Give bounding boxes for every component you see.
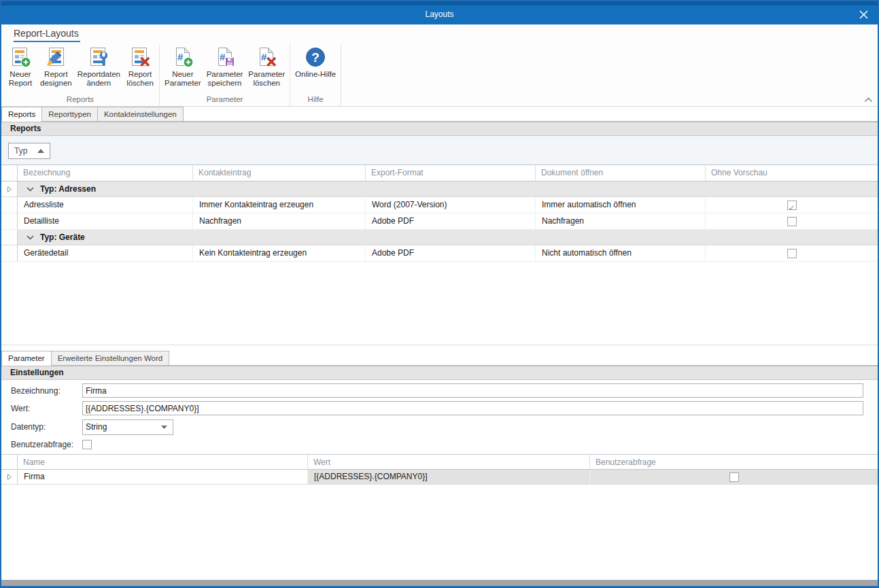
group-by-panel[interactable]: Typ xyxy=(1,136,878,165)
row-indicator xyxy=(1,245,18,261)
table-row-geraetedetail[interactable]: Gerätedetail Kein Kontakteintrag erzeuge… xyxy=(1,245,878,262)
cell-export-format[interactable]: Adobe PDF xyxy=(365,245,535,261)
datentyp-selected-value: String xyxy=(86,422,107,432)
cell-bezeichnung[interactable]: Adressliste xyxy=(18,197,192,213)
parameter-speichern-button[interactable]: # Parameterspeichern xyxy=(204,44,246,88)
column-header-export-format[interactable]: Export-Format xyxy=(365,165,535,181)
ribbon: Report-Layouts xyxy=(1,24,878,107)
svg-text:#: # xyxy=(177,51,184,63)
ribbon-group-hilfe: ? Online-Hilfe Hilfe xyxy=(290,44,341,106)
ribbon-collapse-button[interactable] xyxy=(864,97,873,103)
cell-bezeichnung[interactable]: Gerätedetail xyxy=(18,245,192,261)
ohne-vorschau-checkbox[interactable] xyxy=(787,249,797,258)
column-header-bezeichnung[interactable]: Bezeichnung xyxy=(18,165,192,181)
ohne-vorschau-checkbox[interactable] xyxy=(787,201,797,210)
tab-reports[interactable]: Reports xyxy=(1,107,42,122)
close-button[interactable] xyxy=(857,8,869,20)
cell-dokument-oeffnen[interactable]: Nicht automatisch öffnen xyxy=(535,245,705,261)
cell-wert[interactable]: [{ADDRESSES}.{COMPANY0}] xyxy=(307,470,589,484)
group-band[interactable]: Typ: Adressen xyxy=(18,181,878,196)
settings-form: Bezeichnung: Wert: Datentyp: String Benu… xyxy=(1,380,878,451)
column-header-name[interactable]: Name xyxy=(18,455,307,469)
chevron-down-icon xyxy=(27,187,34,192)
current-row-indicator xyxy=(1,181,18,196)
ribbon-group-label-hilfe: Hilfe xyxy=(292,95,339,106)
tab-reporttypen[interactable]: Reporttypen xyxy=(41,107,98,121)
group-by-chip-label: Typ xyxy=(14,146,27,156)
parameter-grid: Name Wert Benutzerabfrage Firma [{ADDRES… xyxy=(1,454,878,485)
ribbon-group-label-reports: Reports xyxy=(3,95,157,106)
column-header-dokument-oeffnen[interactable]: Dokument öffnen xyxy=(535,165,705,181)
tab-kontakteinstellungen[interactable]: Kontakteinstellungen xyxy=(97,107,184,121)
button-label: NeuerParameter xyxy=(165,70,201,88)
parameter-loeschen-button[interactable]: # Parameterlöschen xyxy=(245,44,288,88)
column-header-benutzerabfrage[interactable]: Benutzerabfrage xyxy=(589,455,878,469)
row-indicator-header xyxy=(1,165,18,181)
group-row-adressen[interactable]: Typ: Adressen xyxy=(1,181,878,197)
parameter-grid-empty-area xyxy=(1,485,878,580)
report-loeschen-button[interactable]: Reportlöschen xyxy=(123,44,157,88)
group-band[interactable]: Typ: Geräte xyxy=(18,230,878,245)
button-label: Reportdatenändern xyxy=(77,70,120,88)
parameter-tabstrip: Parameter Erweiterte Einstellungen Word xyxy=(1,351,878,366)
row-indicator-header xyxy=(1,455,18,469)
ohne-vorschau-checkbox[interactable] xyxy=(787,217,797,226)
column-header-ohne-vorschau[interactable]: Ohne Vorschau xyxy=(705,165,878,181)
column-header-kontakteintrag[interactable]: Kontakteintrag xyxy=(192,165,365,181)
table-row-adressliste[interactable]: Adressliste Immer Kontakteintrag erzeuge… xyxy=(1,197,878,213)
cell-kontakteintrag[interactable]: Immer Kontakteintrag erzeugen xyxy=(192,197,365,213)
main-tabstrip: Reports Reporttypen Kontakteinstellungen xyxy=(1,107,878,122)
cell-ohne-vorschau xyxy=(705,245,878,261)
cell-dokument-oeffnen[interactable]: Immer automatisch öffnen xyxy=(535,197,705,213)
ribbon-group-parameter: # NeuerParameter # xyxy=(160,44,290,106)
current-row-arrow-icon xyxy=(7,186,12,192)
cell-bezeichnung[interactable]: Detailliste xyxy=(18,213,192,229)
form-row-bezeichnung: Bezeichnung: xyxy=(11,383,878,398)
reports-grid-header: Bezeichnung Kontakteintrag Export-Format… xyxy=(1,165,878,181)
cell-ohne-vorschau xyxy=(705,197,878,213)
cell-ohne-vorschau xyxy=(705,213,878,229)
group-by-chip-typ[interactable]: Typ xyxy=(8,143,50,159)
online-hilfe-button[interactable]: ? Online-Hilfe xyxy=(292,44,339,79)
svg-text:#: # xyxy=(220,51,226,63)
wert-field[interactable] xyxy=(82,401,863,415)
tab-parameter[interactable]: Parameter xyxy=(1,351,52,366)
cell-kontakteintrag[interactable]: Kein Kontakteintrag erzeugen xyxy=(192,245,365,261)
group-row-geraete[interactable]: Typ: Geräte xyxy=(1,230,878,245)
button-label: NeuerReport xyxy=(9,70,33,88)
benutzerabfrage-checkbox[interactable] xyxy=(82,440,92,449)
button-label: Parameterspeichern xyxy=(207,70,243,88)
form-row-datentyp: Datentyp: String xyxy=(11,419,878,435)
table-row-detailliste[interactable]: Detailliste Nachfragen Adobe PDF Nachfra… xyxy=(1,213,878,230)
report-designen-button[interactable]: Reportdesignen xyxy=(37,44,75,88)
row-indicator xyxy=(1,213,18,229)
row-indicator xyxy=(1,230,18,245)
chevron-down-icon xyxy=(27,235,34,240)
benutzerabfrage-checkbox[interactable] xyxy=(729,472,739,482)
neuer-parameter-button[interactable]: # NeuerParameter xyxy=(162,44,204,88)
button-label: Parameterlöschen xyxy=(248,70,285,88)
cell-export-format[interactable]: Word (2007-Version) xyxy=(365,197,535,213)
bezeichnung-field[interactable] xyxy=(82,383,863,398)
window-resize-strip[interactable] xyxy=(1,580,878,586)
cell-export-format[interactable]: Adobe PDF xyxy=(365,213,535,229)
reportdaten-aendern-button[interactable]: Reportdatenändern xyxy=(75,44,123,88)
current-row-arrow-icon xyxy=(7,474,12,480)
layouts-window: Layouts Report-Layouts xyxy=(0,0,879,588)
ribbon-tab-report-layouts[interactable]: Report-Layouts xyxy=(14,27,80,42)
current-row-indicator xyxy=(1,470,18,484)
column-header-wert[interactable]: Wert xyxy=(307,455,589,469)
chevron-up-icon xyxy=(864,97,873,103)
wert-label: Wert: xyxy=(11,404,82,413)
window-title: Layouts xyxy=(425,7,453,19)
table-row-firma[interactable]: Firma [{ADDRESSES}.{COMPANY0}] xyxy=(1,470,878,485)
neuer-report-button[interactable]: NeuerReport xyxy=(3,44,37,88)
tab-erweiterte-einstellungen-word[interactable]: Erweiterte Einstellungen Word xyxy=(51,351,169,365)
cell-dokument-oeffnen[interactable]: Nachfragen xyxy=(535,213,705,229)
cell-kontakteintrag[interactable]: Nachfragen xyxy=(192,213,365,229)
report-delete-icon xyxy=(129,46,151,68)
datentyp-dropdown[interactable]: String xyxy=(82,419,173,435)
cell-name[interactable]: Firma xyxy=(18,470,307,484)
cell-benutzerabfrage xyxy=(589,470,878,484)
bezeichnung-label: Bezeichnung: xyxy=(11,386,82,396)
